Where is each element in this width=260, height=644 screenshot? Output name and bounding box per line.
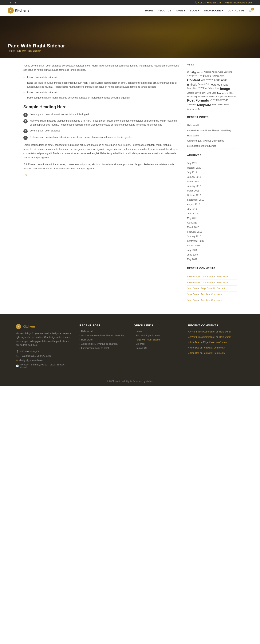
recent-post-link[interactable]: Architecture WordPress Theme Latest Blog — [187, 129, 231, 132]
archive-link[interactable]: January 2010 — [187, 235, 201, 238]
social-instagram[interactable]: i — [13, 1, 13, 4]
commenter-link[interactable]: A WordPress Commenter — [189, 336, 215, 338]
tag[interactable]: Content — [187, 78, 200, 82]
comment-post-link[interactable]: Hello World! — [217, 281, 229, 284]
comment-post-link[interactable]: Template: Comments — [203, 352, 225, 354]
comment-post-link[interactable]: Hello World! — [217, 275, 229, 278]
tag[interactable]: Mothership — [187, 96, 197, 98]
commenter-link[interactable]: John Doe — [187, 287, 197, 290]
social-links[interactable]: f t i in — [7, 1, 17, 4]
footer-quick-link[interactable]: › Site Map — [134, 342, 180, 345]
commenter-link[interactable]: A WordPress Commenter — [189, 330, 215, 333]
tag[interactable]: Standard — [187, 103, 196, 107]
tag[interactable]: Look — [212, 92, 216, 95]
tag[interactable]: Excerpt — [198, 83, 205, 86]
comment-post-link[interactable]: Edge Case: No Content — [203, 341, 227, 344]
tag[interactable]: Formatting — [187, 87, 197, 91]
nav-about[interactable]: ABOUT US — [158, 9, 171, 12]
comment-post-link[interactable]: Template: Comments — [201, 293, 222, 296]
archive-link[interactable]: October 2010 — [187, 194, 201, 197]
archive-link[interactable]: September 2009 — [187, 240, 204, 242]
commenter-link[interactable]: Jane Doe — [190, 346, 199, 349]
commenter-link[interactable]: Jane Doe — [187, 293, 197, 296]
recent-post-link[interactable]: Hello World! — [187, 124, 200, 127]
comment-post-link[interactable]: Hello world! — [219, 330, 231, 333]
tag[interactable]: Pagination — [218, 96, 228, 98]
comment-post-link[interactable]: Hello world! — [219, 336, 231, 338]
archive-link[interactable]: August 2009 — [187, 244, 200, 247]
nav-page[interactable]: PAGE ▾ — [176, 9, 185, 12]
tag[interactable]: Embeds — [187, 83, 197, 86]
cart-icon[interactable]: 🛒0 — [249, 9, 253, 12]
footer-post-link[interactable]: › Adipiscing elit, Vivamus eu pharetra — [80, 342, 126, 345]
footer-quick-link[interactable]: › Home — [134, 330, 180, 333]
archive-link[interactable]: July 2010 — [187, 208, 197, 210]
tag[interactable]: Shortcode — [216, 98, 228, 102]
tag[interactable]: Aside — [212, 71, 217, 74]
tag[interactable]: Audio — [218, 71, 223, 74]
comment-post-link[interactable]: Edge Case: No Content — [201, 287, 225, 290]
tag[interactable]: Media — [227, 92, 232, 95]
nav-shortcode[interactable]: SHORTCODE ▾ — [204, 9, 223, 12]
tag[interactable]: Wordpress.Tv — [187, 108, 200, 110]
footer-post-link[interactable]: › Hello world! — [80, 338, 126, 341]
tag[interactable]: Full — [206, 83, 209, 86]
tag[interactable]: Edge Case — [214, 78, 227, 82]
tag[interactable]: Twitter — [217, 103, 223, 107]
breadcrumb-home[interactable]: Home — [7, 50, 14, 52]
tag[interactable]: Gallery — [208, 87, 214, 91]
footer-post-link[interactable]: › Architecture WordPress Theme Latest Bl… — [80, 334, 126, 337]
tag[interactable]: Categories — [187, 74, 197, 78]
tag[interactable]: Chat — [198, 74, 202, 78]
tag[interactable]: Captions — [224, 71, 232, 74]
archive-link[interactable]: March 2010 — [187, 226, 199, 229]
archive-link[interactable]: March 2011 — [187, 190, 199, 192]
tag[interactable]: Html — [215, 87, 220, 91]
social-facebook[interactable]: f — [7, 1, 8, 4]
comment-post-link[interactable]: Template: Comments — [201, 299, 222, 302]
tag[interactable]: Dowork — [206, 78, 213, 82]
tag[interactable]: Video — [224, 103, 229, 107]
tag[interactable]: Quote — [210, 98, 216, 102]
tag[interactable]: Codex — [203, 74, 211, 78]
tag[interactable]: Image — [220, 87, 230, 91]
edit-link[interactable]: Edit — [23, 174, 27, 176]
archive-link[interactable]: March 2012 — [187, 180, 199, 183]
tag[interactable]: Pictures — [228, 96, 236, 98]
archive-link[interactable]: June 2010 — [187, 212, 198, 215]
archive-link[interactable]: June 2009 — [187, 254, 198, 256]
footer-post-link[interactable]: › Lorem ipsum dolor sit amet — [80, 347, 126, 350]
archive-link[interactable]: July 2021 — [187, 162, 197, 164]
tag[interactable]: Css — [201, 78, 205, 82]
commenter-link[interactable]: A WordPress Commenter — [187, 275, 213, 278]
recent-post-link[interactable]: Hello World! — [187, 134, 200, 137]
archive-link[interactable]: September 2010 — [187, 198, 204, 201]
tag[interactable]: Fun — [203, 87, 207, 91]
footer-quick-link-active[interactable]: › Page With Right Sidebar — [134, 338, 180, 341]
footer-quick-link[interactable]: › Contact Us — [134, 347, 180, 350]
tag[interactable]: Articles — [204, 71, 211, 74]
logo[interactable]: K Kitchens — [7, 8, 29, 14]
archive-link[interactable]: January 2013 — [187, 176, 201, 178]
archive-link[interactable]: August 2010 — [187, 203, 200, 206]
nav-home[interactable]: HOME — [145, 9, 153, 12]
commenter-link[interactable]: John Doe — [187, 299, 197, 302]
commenter-link[interactable]: John Doe — [190, 341, 199, 344]
archive-link[interactable]: May 2010 — [187, 217, 197, 220]
commenter-link[interactable]: John Doe — [190, 352, 199, 354]
nav-blog[interactable]: BLOG ▾ — [190, 9, 200, 12]
archive-link[interactable]: July 2019 — [187, 171, 197, 174]
archive-link[interactable]: February 2010 — [187, 230, 202, 233]
footer-quick-link[interactable]: › Blog With Right Sidebar — [134, 334, 180, 337]
tag[interactable]: Must Read — [198, 96, 208, 98]
archive-link[interactable]: May 2009 — [187, 258, 197, 261]
social-twitter[interactable]: t — [10, 1, 11, 4]
tag[interactable]: Lists — [207, 92, 211, 95]
tag[interactable]: Alignment — [191, 71, 203, 74]
social-linkedin[interactable]: in — [15, 1, 17, 4]
tag[interactable]: Layout — [195, 92, 201, 95]
tag[interactable]: Title — [212, 103, 216, 107]
recent-post-link[interactable]: Adipiscing Elit, Vivamus Eu Pharetra — [187, 140, 224, 142]
tag[interactable]: Comments — [212, 74, 225, 78]
tag[interactable]: Featured Image — [210, 83, 228, 86]
